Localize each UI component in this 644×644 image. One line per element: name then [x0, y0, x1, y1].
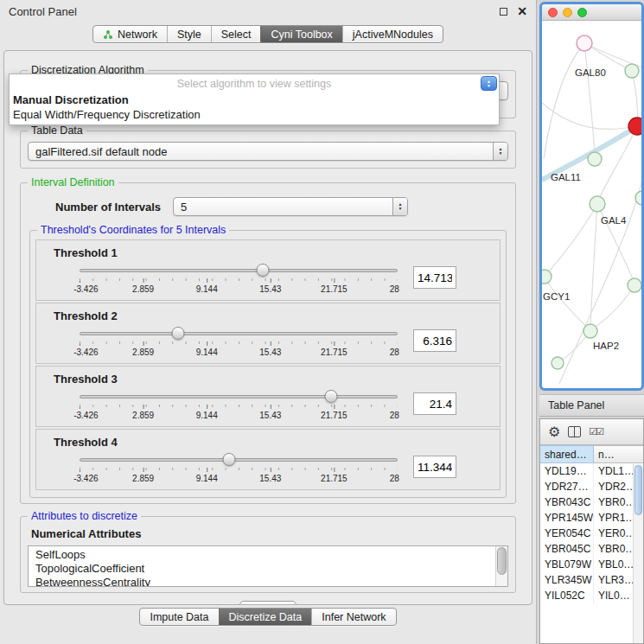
threshold-3-panel: Threshold 3 -3.426 2.859 9.144 15.43 [35, 366, 501, 427]
float-window-icon[interactable] [500, 8, 507, 16]
numerical-attributes-label: Numerical Attributes [31, 527, 508, 540]
network-node[interactable] [590, 196, 605, 212]
slider-track[interactable] [80, 269, 398, 272]
scale-label: 15.43 [259, 474, 281, 483]
table-panel-titlebar[interactable]: Table Panel [539, 394, 644, 417]
threshold-4-slider-thumb[interactable] [222, 453, 235, 466]
cell[interactable]: YDR27… [540, 479, 594, 494]
number-of-intervals-value: 5 [181, 201, 187, 214]
close-traffic-light-icon[interactable] [548, 8, 558, 17]
network-node-selected[interactable] [628, 118, 641, 135]
threshold-2-slider[interactable]: -3.426 2.859 9.144 15.43 21.715 28 [80, 327, 398, 358]
network-node[interactable] [625, 64, 639, 78]
network-node[interactable] [542, 270, 552, 284]
slider-track[interactable] [80, 458, 398, 462]
combo-stepper-icon[interactable]: ▲▼ [493, 143, 507, 160]
slider-ticks [80, 278, 398, 283]
algorithm-option-equal-width-frequency[interactable]: Equal Width/Frequency Discretization [10, 107, 499, 122]
close-icon[interactable]: ✕ [517, 6, 527, 16]
tab-infer-network[interactable]: Infer Network [311, 609, 395, 625]
apply-button[interactable]: Apply [239, 601, 297, 605]
table-row[interactable]: YLR345W YLR3… [540, 572, 643, 588]
cell[interactable]: YLR345W [540, 572, 594, 588]
threshold-1-slider[interactable]: -3.426 2.859 9.144 15.43 21.715 28 [80, 264, 398, 295]
scale-label: -3.426 [73, 474, 98, 483]
column-header-shared-name[interactable]: shared… [540, 445, 594, 463]
control-panel-titlebar[interactable]: Control Panel ✕ [0, 0, 536, 22]
cell[interactable]: YBR043C [540, 494, 594, 510]
scale-label: 15.43 [259, 411, 281, 420]
threshold-4-panel: Threshold 4 -3.426 2.859 9.144 15.43 [35, 429, 501, 490]
cell[interactable]: YIL052C [540, 588, 594, 603]
table-data-selected: galFiltered.sif default node [35, 145, 167, 158]
slider-track[interactable] [80, 395, 398, 399]
scale-label: 21.715 [321, 474, 348, 483]
tab-cyni-toolbox[interactable]: Cyni Toolbox [260, 26, 341, 42]
cell[interactable]: YER054C [540, 526, 594, 541]
threshold-2-slider-thumb[interactable] [172, 327, 185, 340]
table-row[interactable]: YBL079W YBL0… [540, 557, 643, 572]
threshold-2-value-input[interactable] [413, 329, 456, 352]
show-columns-icon[interactable] [568, 426, 581, 437]
table-row[interactable]: YBR043C YBR0… [540, 494, 643, 510]
table-row[interactable]: YPR145W YPR1… [540, 510, 643, 526]
cell[interactable]: YDL19… [540, 463, 594, 479]
combo-stepper-icon[interactable]: ▲▼ [392, 198, 407, 215]
number-of-intervals-combo[interactable]: 5 ▲▼ [173, 197, 408, 216]
table-scrollbar[interactable] [633, 464, 643, 643]
algorithm-option-manual-discretization[interactable]: Manual Discretization [10, 92, 499, 107]
gear-icon[interactable]: ⚙ [548, 425, 560, 439]
threshold-1-value-input[interactable] [413, 266, 456, 289]
threshold-3-slider-thumb[interactable] [324, 390, 337, 403]
network-window-titlebar[interactable] [542, 4, 641, 21]
scale-label: 9.144 [196, 284, 218, 294]
tab-label: Network [118, 29, 157, 41]
combo-stepper-icon[interactable]: ▲▼ [481, 76, 497, 91]
list-item[interactable]: BetweennessCentrality [35, 576, 492, 587]
scale-label: -3.426 [73, 411, 98, 420]
network-node[interactable] [588, 152, 602, 166]
cyni-bottom-tabs: Impute Data Discretize Data Infer Networ… [0, 608, 536, 626]
tab-network[interactable]: Network [93, 26, 167, 42]
minimize-traffic-light-icon[interactable] [563, 8, 572, 17]
scrollbar-thumb[interactable] [634, 465, 642, 515]
tab-discretize-data[interactable]: Discretize Data [219, 609, 312, 625]
zoom-traffic-light-icon[interactable] [577, 8, 587, 17]
window-title: Control Panel [9, 5, 77, 18]
threshold-3-value-input[interactable] [413, 392, 456, 415]
tab-jactivemnodules[interactable]: jActiveMNodules [342, 26, 443, 42]
scale-label: 15.43 [259, 348, 281, 357]
table-data-combo[interactable]: galFiltered.sif default node ▲▼ [28, 142, 508, 161]
column-header-name[interactable]: n… [594, 445, 643, 463]
list-item[interactable]: SelfLoops [35, 548, 492, 562]
scrollbar-thumb[interactable] [497, 547, 507, 575]
cell[interactable]: YPR145W [540, 510, 594, 526]
numerical-attributes-list[interactable]: SelfLoops TopologicalCoefficient Between… [28, 545, 508, 587]
threshold-4-slider[interactable]: -3.426 2.859 9.144 15.43 21.715 28 [80, 453, 398, 484]
tab-impute-data[interactable]: Impute Data [140, 609, 218, 625]
tab-style[interactable]: Style [167, 26, 211, 42]
scale-label: -3.426 [73, 284, 98, 294]
table-row[interactable]: YIL052C YIL0… [540, 588, 643, 603]
list-item[interactable]: TopologicalCoefficient [35, 562, 492, 576]
select-columns-icon[interactable]: ☑☑ [589, 426, 603, 437]
list-scrollbar[interactable] [495, 546, 507, 586]
network-node[interactable] [577, 35, 592, 51]
table-row[interactable]: YBR045C YBR0… [540, 541, 643, 557]
table-row[interactable]: YDR27… YDR2… [540, 479, 643, 494]
table-row[interactable]: YDL19… YDL1… [540, 463, 643, 479]
network-node[interactable] [552, 357, 564, 369]
cell[interactable]: YBR045C [540, 541, 594, 557]
network-node[interactable] [583, 324, 597, 338]
network-node[interactable] [628, 278, 641, 292]
threshold-1-slider-thumb[interactable] [257, 264, 270, 277]
slider-track[interactable] [80, 332, 398, 335]
threshold-3-slider[interactable]: -3.426 2.859 9.144 15.43 21.715 28 [80, 390, 398, 421]
tab-select[interactable]: Select [211, 26, 261, 42]
threshold-4-value-input[interactable] [413, 456, 456, 478]
network-node[interactable] [635, 191, 641, 205]
network-canvas[interactable]: GAL80 GAL11 GAL4 GCY1 HAP2 [542, 21, 641, 387]
group-label: Table Data [28, 124, 86, 137]
table-row[interactable]: YER054C YER0… [540, 526, 643, 541]
cell[interactable]: YBL079W [540, 557, 594, 572]
